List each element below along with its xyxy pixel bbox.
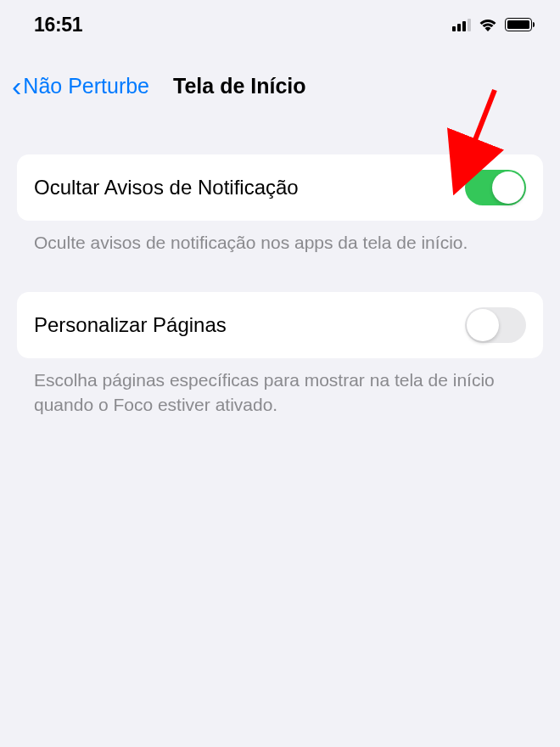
settings-content: Ocultar Avisos de Notificação Oculte avi… <box>0 121 560 417</box>
hide-notifications-label: Ocultar Avisos de Notificação <box>34 176 299 199</box>
hide-notifications-row: Ocultar Avisos de Notificação <box>17 154 543 221</box>
hide-notifications-group: Ocultar Avisos de Notificação Oculte avi… <box>17 154 543 255</box>
status-bar: 16:51 <box>0 0 560 46</box>
customize-pages-label: Personalizar Páginas <box>34 313 227 337</box>
status-indicators <box>452 17 535 32</box>
customize-pages-toggle[interactable] <box>465 307 526 343</box>
back-label: Não Perturbe <box>23 74 149 98</box>
toggle-knob <box>467 309 499 341</box>
wifi-icon <box>478 17 498 32</box>
nav-header: ‹ Não Perturbe Tela de Início <box>0 46 560 121</box>
battery-icon <box>505 18 535 31</box>
hide-notifications-toggle[interactable] <box>465 170 526 205</box>
back-button[interactable]: ‹ Não Perturbe <box>12 71 149 100</box>
customize-pages-footer: Escolha páginas específicas para mostrar… <box>17 358 543 417</box>
hide-notifications-footer: Oculte avisos de notificação nos apps da… <box>17 221 543 255</box>
toggle-knob <box>492 171 524 204</box>
chevron-left-icon: ‹ <box>12 71 21 100</box>
page-title: Tela de Início <box>173 74 306 98</box>
customize-pages-row[interactable]: Personalizar Páginas <box>17 292 543 358</box>
customize-pages-group: Personalizar Páginas Escolha páginas esp… <box>17 292 543 417</box>
status-time: 16:51 <box>34 14 82 37</box>
cellular-signal-icon <box>452 18 471 31</box>
